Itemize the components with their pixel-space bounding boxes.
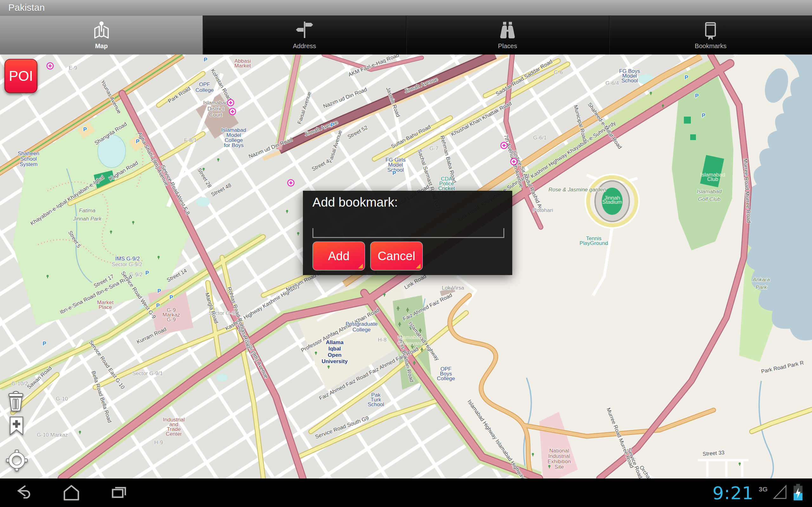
parking-marker: P [83, 126, 87, 132]
home-button[interactable] [48, 478, 95, 507]
map-label: H-8 [378, 337, 386, 343]
poi-button[interactable]: POI [4, 59, 38, 93]
parking-marker: P [204, 57, 207, 63]
signal-strength-icon [773, 485, 787, 501]
bookmark-name-underline [312, 228, 504, 238]
map-label: E-9 [69, 65, 77, 71]
tab-address-label: Address [293, 43, 316, 50]
map-label: MarketPlace [97, 299, 113, 310]
map-label: Potohari [533, 207, 553, 213]
map-label: G-10 Markaz [37, 432, 68, 438]
map-pin-icon [92, 20, 111, 40]
parking-marker: P [157, 288, 161, 294]
map-label: ShaheenSchoolSystem [18, 151, 39, 167]
map-label: Lok Virsa [442, 285, 464, 291]
tab-bookmarks[interactable]: Bookmarks [609, 15, 812, 55]
network-type-label: 3G [759, 486, 768, 493]
screen: Pakistan Map [0, 0, 812, 507]
parking-marker: P [156, 302, 159, 308]
map-label: AbbasiMarket [235, 58, 251, 69]
medical-marker-icon [229, 108, 236, 115]
tab-address[interactable]: Address [203, 15, 406, 55]
map-label: G-6/1 [533, 135, 547, 141]
tab-places-label: Places [498, 43, 517, 50]
recent-apps-button[interactable] [95, 478, 143, 507]
map-label: Rose & Jasmine garden [548, 187, 606, 193]
tab-bar: Map Address Places [0, 15, 812, 55]
back-button[interactable] [0, 478, 48, 507]
medical-marker-icon [47, 63, 53, 69]
parking-marker: P [169, 294, 173, 300]
tab-map-label: Map [95, 43, 108, 50]
parking-marker: P [136, 138, 139, 145]
medical-marker-icon [501, 142, 507, 149]
android-nav-bar: 9:21 3G [0, 478, 812, 507]
map-label: G-6/4 [606, 80, 619, 86]
parking-marker: P [695, 93, 699, 99]
parking-marker: P [684, 74, 688, 80]
map-label: IMS G-9/2 [115, 256, 140, 262]
map-label: Sector G-9/2 [112, 262, 142, 268]
button-corner-triangle-icon [358, 264, 363, 268]
clock: 9:21 [712, 483, 754, 503]
signpost-icon [295, 20, 314, 40]
app-title: Pakistan [0, 2, 45, 13]
map-label: F-8/1 [184, 137, 197, 143]
button-corner-triangle-icon [416, 264, 420, 268]
bookmark-name-input[interactable] [315, 222, 503, 236]
map-label: JinnahStadium [602, 195, 622, 205]
bookmark-icon [701, 20, 720, 40]
parking-marker: P [145, 270, 149, 276]
tab-places[interactable]: Places [406, 15, 609, 55]
add-bookmark-icon[interactable] [7, 416, 26, 437]
map-label: G-6 [554, 69, 563, 75]
cancel-button-label: Cancel [378, 249, 415, 263]
add-button[interactable]: Add [312, 241, 365, 271]
map-label: H-9 [154, 440, 163, 446]
tab-map[interactable]: Map [0, 15, 203, 55]
status-area: 9:21 3G [712, 478, 804, 507]
tab-bookmarks-label: Bookmarks [695, 43, 726, 50]
parking-marker: P [331, 122, 334, 128]
dialog-title: Add bookmark: [312, 195, 398, 210]
binoculars-icon [498, 20, 517, 40]
medical-marker-icon [227, 100, 234, 106]
map-label: Sector G-9/1 [132, 371, 163, 377]
parking-marker: P [702, 112, 705, 118]
map-label: IslamabadModelCollegefor Boys [221, 127, 246, 148]
map-label: IslamabadGraveyard [397, 334, 422, 346]
map-label: G-10 [56, 396, 68, 402]
trash-icon[interactable] [5, 390, 27, 413]
parking-marker: P [43, 341, 46, 347]
map-label: G-10/2 [11, 381, 28, 387]
title-bar: Pakistan [0, 0, 812, 15]
my-location-icon[interactable] [6, 449, 28, 473]
add-bookmark-dialog: Add bookmark: Add Cancel [303, 191, 512, 275]
map-label: FG BoysModelSchool [619, 68, 640, 83]
cancel-button[interactable]: Cancel [370, 241, 423, 271]
medical-marker-icon [288, 180, 294, 186]
battery-charging-icon [792, 483, 804, 502]
add-button-label: Add [328, 249, 350, 263]
map-label: G-7 [429, 146, 438, 152]
parking-marker: P [392, 170, 396, 176]
medical-marker-icon [511, 158, 517, 165]
